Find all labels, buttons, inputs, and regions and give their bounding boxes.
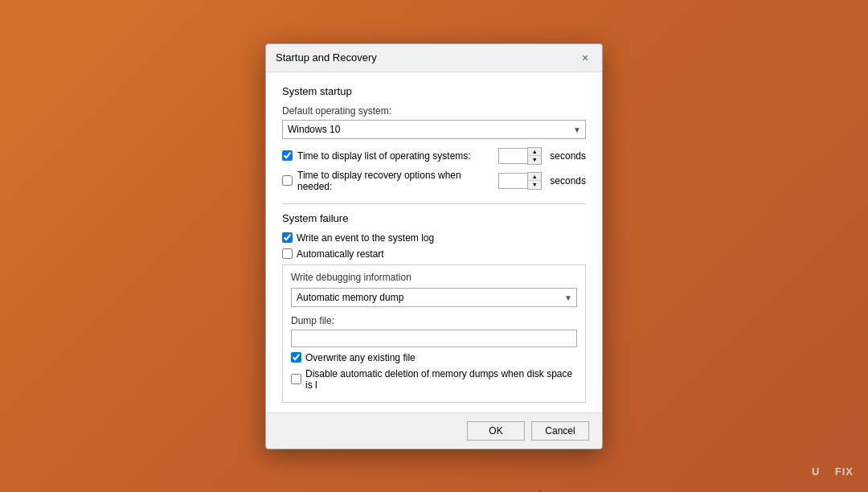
system-startup-label: System startup: [282, 85, 586, 97]
recovery-spinner: 30 ▲ ▼: [498, 172, 542, 190]
display-list-checkbox[interactable]: [282, 150, 293, 161]
os-dropdown-wrap: Windows 10 ▼: [282, 120, 586, 139]
display-list-spinner-buttons: ▲ ▼: [527, 147, 542, 165]
recovery-suffix: seconds: [550, 175, 586, 187]
auto-restart-label: Automatically restart: [297, 248, 384, 260]
display-list-spin-up[interactable]: ▲: [528, 148, 541, 156]
display-list-suffix: seconds: [550, 150, 586, 162]
startup-recovery-dialog: Startup and Recovery × System startup De…: [265, 43, 603, 449]
write-event-label: Write an event to the system log: [297, 232, 434, 244]
dialog-title: Startup and Recovery: [276, 51, 377, 64]
title-bar: Startup and Recovery ×: [266, 44, 602, 72]
disable-auto-label: Disable automatic deletion of memory dum…: [305, 368, 577, 391]
recovery-spinner-buttons: ▲ ▼: [527, 172, 542, 190]
dialog-body: System startup Default operating system:…: [266, 72, 602, 412]
write-debugging-label: Write debugging information: [291, 272, 577, 283]
system-failure-label: System failure: [282, 212, 586, 224]
recovery-spin-down[interactable]: ▼: [528, 181, 541, 189]
overwrite-label: Overwrite any existing file: [305, 352, 416, 363]
star-icon: ★: [525, 486, 555, 493]
display-list-input[interactable]: 30: [498, 148, 527, 164]
dump-type-wrap: Automatic memory dump Complete memory du…: [291, 288, 577, 307]
recovery-checkbox[interactable]: [282, 175, 293, 186]
dump-file-label: Dump file:: [291, 315, 577, 326]
display-list-spinner: 30 ▲ ▼: [498, 147, 542, 165]
auto-restart-checkbox[interactable]: [282, 248, 293, 259]
watermark-gap: [820, 465, 834, 478]
dump-file-input[interactable]: %SystemRoot%\MEMORY.DMP: [291, 330, 577, 347]
cancel-button[interactable]: Cancel: [531, 421, 589, 441]
write-event-row: Write an event to the system log: [282, 232, 586, 244]
write-event-checkbox[interactable]: [282, 232, 293, 243]
overwrite-row: Overwrite any existing file: [291, 352, 577, 363]
display-list-row: Time to display list of operating system…: [282, 147, 586, 165]
overwrite-checkbox[interactable]: [291, 352, 301, 363]
display-list-label: Time to display list of operating system…: [297, 150, 493, 162]
dialog-footer: OK Cancel: [266, 412, 602, 449]
disable-auto-row: Disable automatic deletion of memory dum…: [291, 368, 577, 391]
watermark: U FIX: [812, 465, 854, 478]
divider-1: [282, 203, 586, 204]
default-os-label: Default operating system:: [282, 105, 586, 117]
auto-restart-row: Automatically restart ★: [282, 248, 586, 260]
os-dropdown[interactable]: Windows 10: [282, 120, 586, 139]
recovery-label: Time to display recovery options when ne…: [297, 170, 493, 192]
dump-type-dropdown[interactable]: Automatic memory dump Complete memory du…: [291, 288, 577, 307]
recovery-spin-up[interactable]: ▲: [528, 173, 541, 181]
display-list-spin-down[interactable]: ▼: [528, 156, 541, 164]
disable-auto-checkbox[interactable]: [291, 374, 301, 384]
debug-section: Write debugging information Automatic me…: [282, 264, 586, 403]
close-button[interactable]: ×: [578, 51, 592, 65]
recovery-input[interactable]: 30: [498, 173, 527, 189]
ok-button[interactable]: OK: [467, 421, 525, 441]
recovery-row: Time to display recovery options when ne…: [282, 170, 586, 192]
